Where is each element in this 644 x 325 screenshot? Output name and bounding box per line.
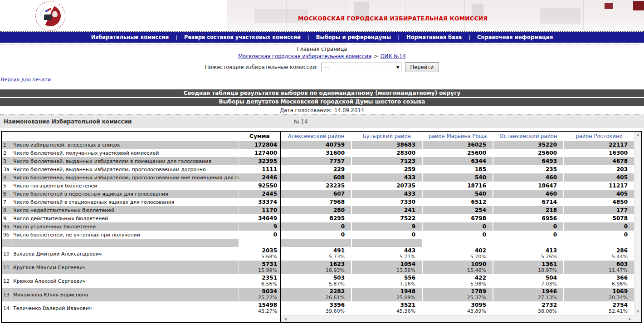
stat-value-cell: 5078 [564,214,634,222]
votes-value: 3396 [330,302,345,308]
table-row: 3аЧисло бюллетеней, выданных избирателям… [2,165,280,173]
sum-value-cell: 2445 [239,190,280,198]
candidate-votes-cell: 228226.61% [281,288,351,301]
stat-value-cell: 259 [352,165,422,173]
row-label-cell: Число избирателей, внесенных в список [11,141,239,149]
votes-value: 603 [616,261,628,267]
district-header-link[interactable]: район Марьина Роща [423,132,493,141]
votes-value: 1789 [471,289,486,295]
nav-item[interactable]: Резерв составов участковых комиссий [184,34,301,40]
table-row: 7Число бюллетеней в стационарных ящиках … [2,198,280,206]
district-header-link[interactable]: Алексеевский район [281,132,351,141]
stat-value-cell: 31600 [281,149,351,157]
stat-value-cell: 18716 [423,182,493,190]
row-number-cell: 5 [2,182,11,190]
nav-item[interactable]: Избирательные комиссии [91,34,169,40]
table-row: 09000 [281,222,634,231]
spacer-cell [423,239,493,247]
mgik-emblem-logo [35,1,65,31]
row-label-cell: Число бюллетеней, выданных избирателям в… [11,157,239,165]
results-table: Сумма1Число избирателей, внесенных в спи… [1,131,642,323]
spacer-cell [493,239,563,247]
votes-value: 2035 [262,248,277,254]
sum-value-cell: 1170 [239,206,280,214]
results-table-right-pane: Алексеевский районБутырский районрайон М… [281,132,641,322]
candidate-votes-cell: 106920.34% [564,288,634,301]
table-row: 6Число бюллетеней в переносных ящиках дл… [2,190,280,198]
row-label-cell: Число бюллетеней, не учтенных при получе… [11,231,239,239]
stat-value-cell: 20735 [352,182,422,190]
candidate-row: 339639.60%352145.36%309543.89%273238.08%… [281,301,634,315]
nav-item[interactable]: Нормативная база [406,34,462,40]
row-number-cell: 2 [2,149,11,157]
print-version-link[interactable]: Версия для печати [1,77,51,83]
scroll-right-icon[interactable]: ▶ [627,316,633,322]
scroll-up-icon[interactable]: ▲ [635,132,641,138]
stat-value-cell: 229 [281,165,351,173]
go-button[interactable]: Перейти [405,62,439,72]
candidate-votes-cell: 5047.03% [493,274,563,288]
stat-value-cell: 218 [493,206,563,214]
stat-value-cell: 36025 [423,141,493,149]
percent-value: 5.68% [261,254,277,260]
spacer-cell [352,239,422,247]
votes-value: 15498 [258,302,277,308]
district-header-link[interactable]: Останкинский район [493,132,563,141]
stat-value-cell: 177 [564,206,634,214]
votes-value: 1054 [400,261,415,267]
breadcrumb-separator: > [374,53,378,59]
district-header-link[interactable]: Бутырский район [352,132,422,141]
stat-value-cell: 433 [352,190,422,198]
row-number-cell: 4 [2,173,11,182]
nav-separator: | [176,34,177,40]
stat-value-cell: 0 [281,231,351,239]
stat-value-cell: 7123 [352,157,422,165]
stat-value-cell: 4678 [564,157,634,165]
lower-commissions-select[interactable]: --- ▼ [322,63,401,72]
breadcrumb-link-mgik[interactable]: Московская городская избирательная комис… [238,53,371,59]
nav-item[interactable]: Выборы и референдумы [316,34,391,40]
table-row: 607433540460405 [281,190,634,198]
votes-value: 491 [333,248,345,254]
stat-value-cell: 7522 [352,214,422,222]
photo-embankment-silhouette [540,8,581,24]
candidate-row: 228226.61%194825.09%178925.37%194627.13%… [281,288,634,301]
candidate-votes-cell: 5035.87% [281,274,351,288]
table-row: 1Число избирателей, внесенных в список17… [2,141,280,149]
sum-value-cell: 9 [239,222,280,231]
horizontal-scrollbar[interactable]: ◀ ▶ [281,315,634,322]
main-nav: Избирательные комиссии|Резерв составов у… [0,32,644,43]
stat-value-cell: 6798 [423,214,493,222]
row-number-cell: 3а [2,165,11,173]
nav-item[interactable]: Справочная информация [477,34,553,40]
stat-value-cell: 11217 [564,182,634,190]
percent-value: 7.03% [541,281,557,287]
stat-value-cell: 23235 [281,182,351,190]
percent-value: 6.56% [261,281,277,287]
scroll-down-icon[interactable]: ▼ [635,309,641,315]
percent-value: 18.93% [326,267,345,273]
percent-value: 7.16% [400,281,415,287]
moscow-crest-icon [52,11,58,17]
stat-value-cell: 6714 [493,198,563,206]
chevron-down-icon: ▼ [396,65,400,69]
stat-value-cell: 235 [493,165,563,173]
row-number-cell [2,239,11,247]
scroll-left-icon[interactable]: ◀ [282,316,288,322]
row-number-cell: 8 [2,206,11,214]
percent-value: 39.60% [326,308,345,314]
stat-value-cell: 16300 [564,149,634,157]
stat-value-cell: 185 [423,165,493,173]
vertical-scrollbar[interactable]: ▲ ▼ [634,132,641,315]
stat-value-cell: 540 [423,173,493,182]
row-label-cell: Число недействительных бюллетеней [11,206,239,214]
candidate-name-cell: Теличенко Валерий Иванович [11,301,239,315]
district-header-link[interactable]: район Ростокино [564,132,634,141]
table-row: 8Число недействительных бюллетеней1170 [2,206,280,214]
stat-value-cell: 203 [564,165,634,173]
percent-value: 43.89% [467,308,486,314]
candidate-votes-cell: 339639.60% [281,301,351,315]
percent-value: 25.09% [396,295,415,300]
votes-value: 1946 [542,289,557,295]
breadcrumb-link-oik14[interactable]: ОИК №14 [381,53,406,59]
